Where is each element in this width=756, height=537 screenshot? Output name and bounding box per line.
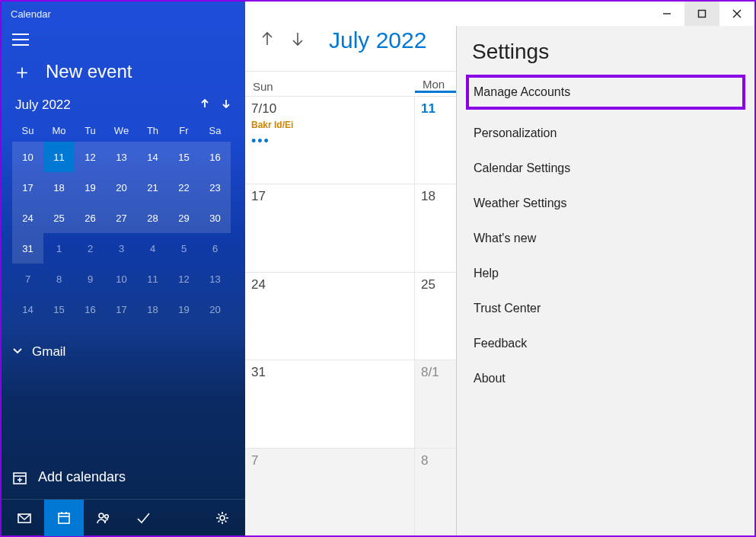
mini-day-cell[interactable]: 11 <box>43 142 75 172</box>
mini-day-cell[interactable]: 15 <box>43 294 75 324</box>
mini-day-cell[interactable]: 9 <box>75 264 106 294</box>
mini-dow-cell: Sa <box>199 119 231 142</box>
mini-day-cell[interactable]: 13 <box>106 142 137 172</box>
mini-day-cell[interactable]: 6 <box>199 233 231 264</box>
mini-day-cell[interactable]: 18 <box>137 294 168 324</box>
day-number: 17 <box>251 189 408 204</box>
more-events-icon[interactable]: ••• <box>251 133 408 149</box>
add-calendars-button[interactable]: Add calendars <box>2 459 245 496</box>
people-icon[interactable] <box>84 500 123 536</box>
mini-dow-cell: Th <box>137 119 168 142</box>
day-cell[interactable]: 7/10Bakr Id/Ei••• <box>245 97 415 184</box>
settings-gear-icon[interactable] <box>203 500 242 536</box>
mini-day-cell[interactable]: 1 <box>43 233 75 264</box>
add-calendars-label: Add calendars <box>38 469 126 485</box>
mini-day-cell[interactable]: 28 <box>137 203 168 233</box>
mini-day-cell[interactable]: 12 <box>168 264 199 294</box>
mini-dow-cell: Tu <box>75 119 106 142</box>
settings-item[interactable]: Help <box>472 256 739 291</box>
mini-day-cell[interactable]: 24 <box>12 203 43 233</box>
mini-day-cell[interactable]: 13 <box>199 264 231 294</box>
mini-day-cell[interactable]: 25 <box>43 203 75 233</box>
mini-day-cell[interactable]: 27 <box>106 203 137 233</box>
close-button[interactable] <box>719 2 754 26</box>
mini-day-cell[interactable]: 20 <box>199 294 231 324</box>
todo-icon[interactable] <box>123 500 163 536</box>
mini-day-cell[interactable]: 14 <box>12 294 43 324</box>
settings-item[interactable]: About <box>472 361 739 396</box>
mini-day-cell[interactable]: 8 <box>43 264 75 294</box>
mini-day-cell[interactable]: 20 <box>106 172 137 203</box>
mini-day-cell[interactable]: 16 <box>75 294 106 324</box>
svg-point-15 <box>220 516 225 520</box>
mini-day-cell[interactable]: 19 <box>75 172 106 203</box>
mini-next-icon[interactable] <box>221 98 231 112</box>
mini-prev-icon[interactable] <box>199 98 210 112</box>
mini-day-cell[interactable]: 26 <box>75 203 106 233</box>
mini-day-cell[interactable]: 23 <box>199 172 231 203</box>
settings-item[interactable]: Trust Center <box>472 291 739 326</box>
account-label: Gmail <box>32 344 65 360</box>
mini-day-cell[interactable]: 10 <box>106 264 137 294</box>
mini-day-cell[interactable]: 2 <box>75 233 106 264</box>
mini-day-cell[interactable]: 22 <box>168 172 199 203</box>
settings-item[interactable]: Calendar Settings <box>472 151 739 186</box>
mini-dow-cell: Mo <box>43 119 75 142</box>
mini-day-cell[interactable]: 3 <box>106 233 137 264</box>
settings-item[interactable]: What's new <box>472 221 739 256</box>
hamburger-icon[interactable] <box>12 34 29 46</box>
app-title: Calendar <box>2 2 245 26</box>
maximize-button[interactable] <box>684 2 719 26</box>
mini-day-cell[interactable]: 10 <box>12 142 43 172</box>
minimize-button[interactable] <box>649 2 684 26</box>
day-cell[interactable]: 7 <box>245 449 415 535</box>
settings-item[interactable]: Personalization <box>472 116 739 151</box>
mini-dow-cell: We <box>106 119 137 142</box>
sidebar: Calendar ＋ New event July 2022 SuMoTuWeT… <box>2 2 245 535</box>
day-cell[interactable]: 31 <box>245 360 415 447</box>
mini-dow-cell: Fr <box>168 119 199 142</box>
mini-day-cell[interactable]: 21 <box>137 172 168 203</box>
mini-day-cell[interactable]: 17 <box>12 172 43 203</box>
main-title[interactable]: July 2022 <box>329 27 426 53</box>
day-number: 7/10 <box>251 101 408 117</box>
settings-panel: Settings Manage AccountsPersonalizationC… <box>456 26 754 535</box>
mini-day-cell[interactable]: 4 <box>137 233 168 264</box>
new-event-button[interactable]: ＋ New event <box>2 53 245 97</box>
dow-header: Sun <box>245 80 415 93</box>
event-item[interactable]: Bakr Id/Ei <box>251 120 408 130</box>
mini-day-cell[interactable]: 12 <box>75 142 106 172</box>
calendar-icon[interactable] <box>44 500 84 536</box>
chevron-down-icon <box>12 344 23 360</box>
settings-item[interactable]: Weather Settings <box>472 186 739 221</box>
plus-icon: ＋ <box>12 62 32 82</box>
mini-calendar: SuMoTuWeThFrSa 1011121314151617181920212… <box>2 119 245 324</box>
mini-calendar-title[interactable]: July 2022 <box>15 97 71 113</box>
mini-day-cell[interactable]: 19 <box>168 294 199 324</box>
settings-item[interactable]: Feedback <box>472 326 739 361</box>
mini-day-cell[interactable]: 14 <box>137 142 168 172</box>
settings-item[interactable]: Manage Accounts <box>466 75 745 110</box>
mini-day-cell[interactable]: 18 <box>43 172 75 203</box>
mini-day-cell[interactable]: 7 <box>12 264 43 294</box>
mini-day-cell[interactable]: 11 <box>137 264 168 294</box>
next-month-icon[interactable] <box>289 30 306 50</box>
day-number: 7 <box>251 453 408 468</box>
mail-icon[interactable] <box>5 500 44 536</box>
day-cell[interactable]: 17 <box>245 184 415 271</box>
prev-month-icon[interactable] <box>259 30 276 50</box>
account-gmail[interactable]: Gmail <box>2 335 245 369</box>
mini-day-cell[interactable]: 30 <box>199 203 231 233</box>
mini-day-cell[interactable]: 5 <box>168 233 199 264</box>
mini-day-cell[interactable]: 16 <box>199 142 231 172</box>
mini-day-cell[interactable]: 29 <box>168 203 199 233</box>
mini-day-cell[interactable]: 31 <box>12 233 43 264</box>
day-cell[interactable]: 24 <box>245 273 415 360</box>
mini-dow-cell: Su <box>12 119 43 142</box>
mini-day-cell[interactable]: 15 <box>168 142 199 172</box>
window-controls <box>649 2 754 26</box>
svg-point-14 <box>105 514 109 518</box>
mini-day-cell[interactable]: 17 <box>106 294 137 324</box>
app-window: Calendar ＋ New event July 2022 SuMoTuWeT… <box>0 0 756 537</box>
day-number: 24 <box>251 277 408 292</box>
